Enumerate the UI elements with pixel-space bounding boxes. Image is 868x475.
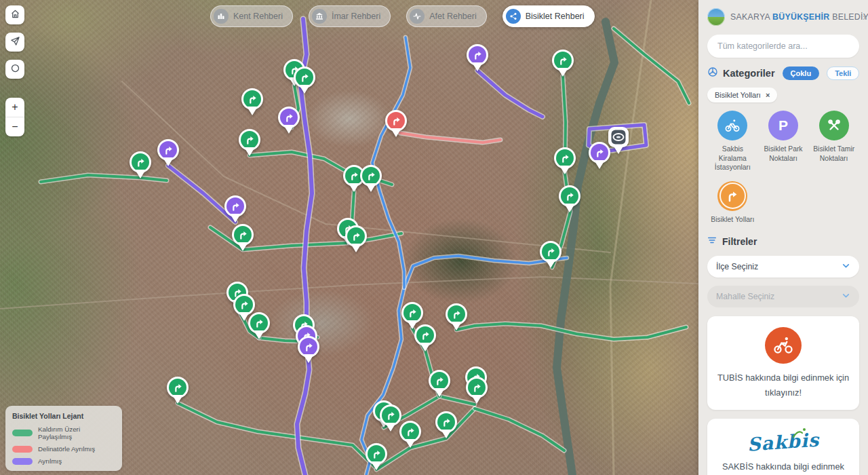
tab-label: İmar Rehberi (332, 12, 380, 21)
map-marker-green[interactable] (539, 241, 562, 271)
category-sakbis-stations[interactable]: Sakbis Kiralama İstasyonları (707, 111, 758, 172)
map-marker-green[interactable] (238, 129, 261, 159)
map-marker-purple[interactable] (277, 107, 300, 137)
brand-header: SAKARYA BÜYÜKŞEHİR BELEDİYESİ › (707, 8, 859, 26)
categories-icon (707, 66, 718, 80)
category-bike-routes[interactable]: Bisiklet Yolları (707, 181, 758, 225)
home-icon (10, 9, 20, 22)
legend-swatch-purple (12, 458, 33, 465)
mode-single-button[interactable]: Tekli (827, 66, 859, 80)
map-marker-green[interactable] (231, 224, 254, 254)
selected-category-tag[interactable]: Bisiklet Yolları × (707, 88, 777, 102)
category-bike-parking[interactable]: P Bisiklet Park Noktaları (758, 111, 809, 172)
map-marker-purple[interactable] (224, 195, 247, 226)
chevron-down-icon (842, 291, 850, 302)
tab-imar-rehberi[interactable]: İmar Rehberi (309, 5, 391, 27)
map-marker-red[interactable] (384, 110, 408, 140)
legend-item: Delinatörle Ayrılmış (12, 445, 115, 453)
map-marker-green[interactable] (551, 50, 574, 80)
categories-header: Kategoriler Çoklu Tekli (707, 66, 859, 80)
map-marker-green[interactable] (344, 225, 368, 256)
sidebar: SAKARYA BÜYÜKŞEHİR BELEDİYESİ › Kategori… (698, 0, 868, 475)
bicycle-icon (717, 111, 747, 140)
home-button[interactable] (5, 5, 24, 24)
zoom-in-button[interactable]: + (5, 98, 24, 117)
legend-title: Bisiklet Yolları Lejant (12, 412, 115, 420)
map-marker-green[interactable] (293, 66, 316, 97)
map-marker-purple[interactable] (466, 44, 489, 75)
guide-tabs: Kent Rehberi İmar Rehberi Afet Rehberi B… (210, 5, 595, 27)
zoom-out-button[interactable]: − (5, 117, 24, 136)
tab-bisiklet-rehberi[interactable]: Bisiklet Rehberi (502, 5, 595, 27)
sakbis-card-text: SAKBİS hakkında bilgi edinmek için tıkla… (715, 459, 851, 475)
filters-header: Filtreler (707, 235, 859, 248)
category-grid: Sakbis Kiralama İstasyonları P Bisiklet … (707, 111, 859, 224)
pulse-icon (410, 9, 425, 24)
map-marker-green[interactable] (428, 370, 451, 400)
map-marker-green[interactable] (414, 324, 437, 355)
map-marker-green[interactable] (248, 312, 271, 343)
tools-icon (819, 111, 849, 140)
map-marker-green[interactable] (445, 303, 468, 334)
map-marker-green[interactable] (558, 185, 581, 216)
map-marker-green[interactable] (241, 88, 264, 119)
map-marker-green[interactable] (166, 377, 189, 407)
collapse-sidebar-icon[interactable]: › (863, 11, 866, 22)
legend-swatch-red (12, 446, 33, 453)
legend-item: Kaldırım Üzeri Paylaşılmış (12, 425, 115, 440)
map-marker-green[interactable] (553, 147, 576, 178)
district-select[interactable]: İlçe Seçiniz (707, 256, 859, 278)
categories-title: Kategoriler (723, 68, 775, 79)
map-marker-green[interactable] (435, 411, 458, 442)
map-marker-green[interactable] (365, 443, 388, 474)
cyclist-icon (765, 327, 802, 364)
map-marker-purple[interactable] (297, 336, 320, 366)
map-marker-purple[interactable] (157, 139, 180, 170)
chevron-down-icon (842, 261, 850, 272)
map-marker-stadium[interactable] (607, 127, 630, 157)
circle-select-button[interactable] (5, 60, 24, 79)
mode-multi-button[interactable]: Çoklu (783, 66, 820, 80)
legend-item: Ayrılmış (12, 457, 115, 465)
map-marker-green[interactable] (465, 377, 488, 407)
city-icon (214, 9, 229, 24)
rider-swoosh-icon (791, 427, 809, 442)
share-icon (506, 9, 521, 24)
zoom-control: + − (5, 98, 24, 136)
tab-label: Bisiklet Rehberi (526, 12, 585, 21)
filters-title: Filtreler (722, 236, 757, 247)
locate-button[interactable] (5, 33, 24, 52)
map-marker-green[interactable] (359, 165, 382, 195)
circle-icon (10, 63, 20, 76)
municipality-logo (707, 8, 725, 26)
search-input[interactable] (707, 35, 859, 58)
tubis-card-text: TUBİS hakkında bilgi edinmek için tıklay… (715, 370, 851, 401)
category-bike-repair[interactable]: Bisiklet Tamir Noktaları (808, 111, 859, 172)
map-marker-green[interactable] (399, 421, 422, 451)
tab-label: Afet Rehberi (429, 12, 476, 21)
map-marker-green[interactable] (129, 151, 152, 182)
turn-arrow-icon (717, 181, 747, 211)
sakbis-info-card[interactable]: Sakbis SAKBİS hakkında bilgi edinmek içi… (707, 419, 859, 475)
map-canvas[interactable]: Kent Rehberi İmar Rehberi Afet Rehberi B… (0, 0, 698, 475)
neighborhood-select[interactable]: Mahalle Seçiniz (707, 286, 859, 307)
remove-tag-icon[interactable]: × (766, 91, 770, 99)
bank-icon (312, 9, 327, 24)
tab-afet-rehberi[interactable]: Afet Rehberi (406, 5, 486, 27)
app-window: Kent Rehberi İmar Rehberi Afet Rehberi B… (0, 0, 868, 475)
legend-swatch-green (12, 430, 33, 436)
parking-icon: P (768, 111, 798, 140)
sakbis-logo: Sakbis (715, 428, 851, 457)
tab-label: Kent Rehberi (233, 12, 283, 21)
tab-kent-rehberi[interactable]: Kent Rehberi (210, 5, 293, 27)
send-icon (10, 36, 20, 49)
filter-lines-icon (707, 235, 717, 248)
legend-panel: Bisiklet Yolları Lejant Kaldırım Üzeri P… (5, 406, 122, 471)
tubis-info-card[interactable]: TUBİS hakkında bilgi edinmek için tıklay… (707, 316, 859, 410)
brand-title: SAKARYA BÜYÜKŞEHİR BELEDİYESİ (730, 12, 868, 22)
